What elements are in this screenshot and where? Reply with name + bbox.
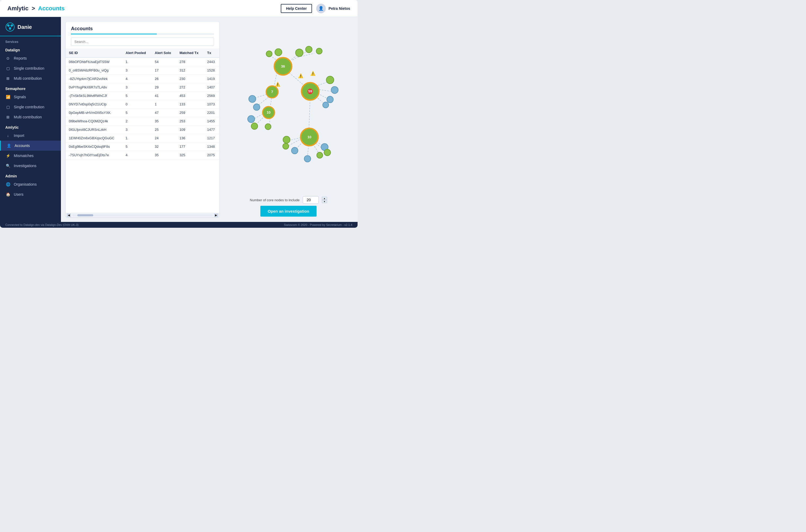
sidebar-item-import[interactable]: ↓ Import [0,131,61,140]
search-icon: 🔍 [5,163,11,168]
sidebar-item-users[interactable]: 🏠 Users [0,189,61,200]
sidebar-item-multi-contribution-d[interactable]: ⊞ Multi contribution [0,73,61,83]
table-row[interactable]: 0IGLfproI8CJURSnLzkH 3 25 109 1477 [66,126,219,134]
cell-matched-tx: 136 [176,134,204,142]
cell-tx: 1528 [204,66,219,75]
sidebar-item-multi-contribution-s-label: Multi contribution [14,115,42,119]
sidebar-item-single-contribution-s-label: Single contribution [14,105,44,109]
cell-alert-pooled: 1 [123,134,151,142]
table-row[interactable]: -7SUYxjh7hGtYsaEjDts7e 4 35 325 2075 [66,151,219,159]
cell-alert-pooled: 1 [123,57,151,66]
sidebar-item-organisations[interactable]: 🌐 Organisations [0,179,61,189]
sidebar-item-reports[interactable]: ⊙ Reports [0,53,61,63]
table-row[interactable]: 0sEg9lbeSK4xCQdsq9F8s 5 32 177 1348 [66,142,219,151]
top-header: Amlytic > Accounts Help Center 👤 Petra N… [0,0,358,17]
cell-se-id: 0sEg9lbeSK4xCQdsq9F8s [66,142,123,151]
cell-se-id: 0l9beWlhoa-CQ0M2Qz4k [66,117,123,126]
warning-icon: ⚠️ [298,73,303,79]
cell-alert-solo: 32 [151,142,176,151]
node-7-label: 7 [271,90,273,94]
footer-left: Connected to Datalign-dev via Datalign-D… [5,223,78,226]
cell-alert-solo: 47 [151,109,176,117]
satellite-node [324,149,331,156]
cell-tx: 2075 [204,151,219,159]
breadcrumb: Amlytic > Accounts [7,5,64,12]
table-panel: Accounts SE ID Alert Pooled Alert Solo M… [66,22,219,217]
sidebar-item-signals[interactable]: 📶 Signals [0,92,61,102]
spinner-up[interactable]: ▲ [322,197,327,200]
footer: Connected to Datalign-dev via Datalign-D… [0,222,358,228]
cell-alert-solo: 17 [151,66,176,75]
cell-se-id: 0_oI8SWA6zRFB0u_viQg [66,66,123,75]
cell-tx: 1073 [204,100,219,109]
col-alert-pooled: Alert Pooled [123,49,151,57]
home-icon: 🏠 [5,192,11,197]
footer-right: Swisscom © 2020 - Powered by Secretarium… [284,223,352,226]
table-row[interactable]: -8ZUYqzkm7jCAR2voNrk 4 26 230 1419 [66,75,219,83]
semaphore-group-label: Semaphore [0,83,61,92]
satellite-node [283,143,289,149]
core-nodes-input[interactable] [303,196,319,204]
node-36-label: 36 [281,64,285,68]
graph-area: ⚠️ ⚠️ ⚠️ 36 59 7 [227,22,350,193]
help-center-button[interactable]: Help Center [281,4,312,13]
satellite-node [306,46,312,53]
edge [287,71,306,88]
scroll-left-arrow[interactable]: ◀ [67,213,71,217]
table-row[interactable]: 0_oI8SWA6zRFB0u_viQg 3 17 312 1528 [66,66,219,75]
table-row[interactable]: 0l9beWlhoa-CQ0M2Qz4k 2 35 253 1455 [66,117,219,126]
cell-alert-solo: 35 [151,151,176,159]
cell-alert-pooled: 2 [123,117,151,126]
cell-matched-tx: 177 [176,142,204,151]
edge [309,97,310,131]
cell-matched-tx: 133 [176,100,204,109]
amlytic-group-label: Amlytic [0,122,61,131]
cell-tx: 1455 [204,117,219,126]
sidebar-item-mismatches-label: Mismatches [14,154,34,158]
sidebar-item-import-label: Import [14,133,24,138]
sidebar-item-single-contribution-s[interactable]: ▢ Single contribution [0,102,61,112]
cell-alert-pooled: 4 [123,75,151,83]
node-10b-label: 10 [307,135,312,139]
sidebar-item-accounts[interactable]: 👤 Accounts [0,140,61,151]
search-input[interactable] [71,38,214,46]
graph-controls: Number of core nodes to include ▲ ▼ [250,196,327,204]
sidebar-item-multi-contribution-s[interactable]: ⊞ Multi contribution [0,112,61,122]
sidebar-item-investigations[interactable]: 🔍 Investigations [0,161,61,171]
sidebar-item-mismatches[interactable]: ⚡ Mismatches [0,151,61,161]
table-panel-title: Accounts [71,26,214,32]
table-row[interactable]: -jTnSk5kSL9MvtRWhCJf 5 41 453 2569 [66,92,219,100]
cell-alert-solo: 24 [151,134,176,142]
sidebar-item-single-contribution-d-label: Single contribution [14,66,44,71]
cell-tx: 2569 [204,92,219,100]
table-row[interactable]: 0vPYfogPlkX6R7sTLA8v 3 29 272 1407 [66,83,219,92]
user-name: Petra Nietos [329,6,350,11]
sidebar-item-single-contribution-d[interactable]: ▢ Single contribution [0,63,61,73]
table-panel-header: Accounts [66,22,219,49]
satellite-nodes [248,46,338,162]
network-graph: ⚠️ ⚠️ ⚠️ 36 59 7 [227,22,350,193]
table-row[interactable]: 0NYD7vt0sp0q5r21UClp 0 1 133 1073 [66,100,219,109]
open-investigation-button[interactable]: Open an investigation [260,206,317,216]
spinner-down[interactable]: ▼ [322,200,327,203]
satellite-node [296,49,303,57]
table-row[interactable]: 1EWH0Zm6xGBXqscQGuGC 1 24 136 1217 [66,134,219,142]
breadcrumb-root: Amlytic [7,5,29,12]
breadcrumb-current: Accounts [38,5,64,12]
cell-tx: 1419 [204,75,219,83]
cell-matched-tx: 109 [176,126,204,134]
scroll-right-arrow[interactable]: ▶ [214,213,218,217]
cell-matched-tx: 230 [176,75,204,83]
square-s-icon: ▢ [5,104,11,110]
table-scroll[interactable]: SE ID Alert Pooled Alert Solo Matched Tx… [66,49,219,213]
cell-se-id: -7SUYxjh7hGtYsaEjDts7e [66,151,123,159]
cell-matched-tx: 272 [176,83,204,92]
satellite-node [266,51,272,57]
app-container: Amlytic > Accounts Help Center 👤 Petra N… [0,0,358,228]
table-row[interactable]: 06bOFDhbFtUsaEjdTS5W 1 54 278 2443 [66,57,219,66]
table-row[interactable]: 0pGepMB-vHVm0Xt5sYXK 5 47 259 2201 [66,109,219,117]
col-matched-tx: Matched Tx [176,49,204,57]
satellite-node [265,124,271,130]
sidebar-item-users-label: Users [14,192,23,196]
scroll-track[interactable] [72,214,213,216]
